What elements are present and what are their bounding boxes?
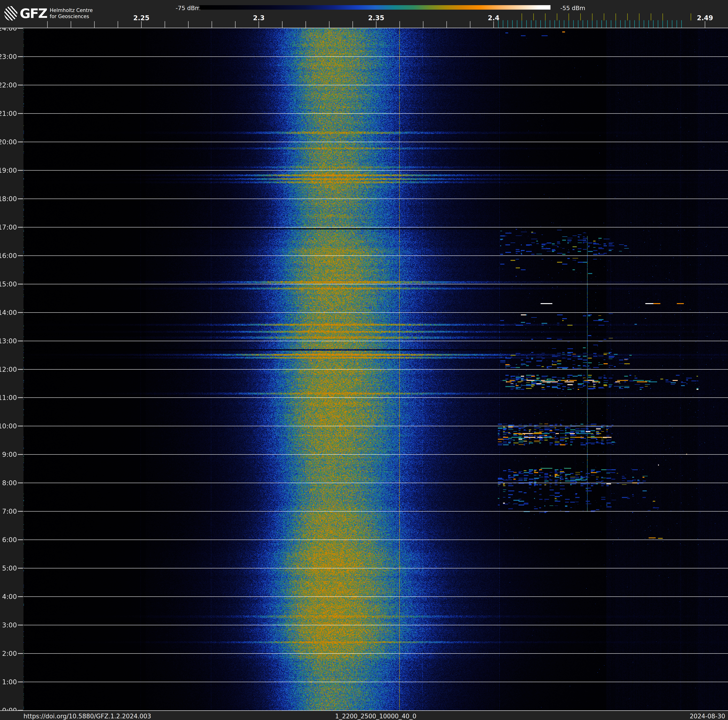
- wifi-channel-tick: [604, 14, 604, 20]
- freq-minor-tick: [705, 21, 705, 28]
- freq-minor-tick: [399, 21, 400, 28]
- time-axis-label: 16:00: [0, 252, 17, 259]
- time-axis-label: 13:00: [0, 337, 17, 345]
- ble-channel-tick: [512, 20, 513, 28]
- time-axis-tick: [18, 141, 23, 142]
- freq-minor-tick: [118, 21, 118, 28]
- ble-channel-tick: [554, 20, 555, 28]
- wifi-channel-tick: [627, 14, 628, 20]
- ble-channel-tick: [615, 20, 616, 28]
- ble-channel-tick: [677, 20, 677, 28]
- time-axis-label: 9:00: [2, 451, 17, 458]
- ble-channel-tick: [644, 20, 644, 28]
- time-axis-label: 2:00: [2, 650, 17, 657]
- time-axis-label: 21:00: [0, 109, 17, 117]
- time-axis-label: 12:00: [0, 365, 17, 373]
- freq-minor-tick: [376, 21, 376, 28]
- time-axis-tick: [18, 255, 23, 256]
- ble-channel-tick: [606, 20, 607, 28]
- ble-channel-tick: [508, 20, 508, 28]
- ble-channel-tick: [672, 20, 672, 28]
- freq-minor-tick: [71, 21, 71, 28]
- time-axis-label: 23:00: [0, 53, 17, 60]
- freq-minor-tick: [493, 21, 494, 28]
- time-axis-tick: [18, 397, 23, 398]
- wifi-channel-tick: [651, 14, 651, 20]
- ble-channel-tick: [630, 20, 630, 28]
- ble-channel-tick: [667, 20, 668, 28]
- freq-axis-label: 2.4: [488, 14, 500, 22]
- ble-channel-tick: [545, 20, 546, 28]
- time-axis-label: 10:00: [0, 422, 17, 430]
- frequency-axis: 2.252.32.352.42.49: [0, 0, 728, 28]
- wifi-channel-tick: [615, 14, 616, 20]
- ble-channel-tick: [681, 20, 682, 28]
- ble-channel-tick: [597, 20, 597, 28]
- time-axis-tick: [18, 113, 23, 114]
- wifi-channel-tick: [592, 14, 592, 20]
- ble-channel-tick: [578, 20, 578, 28]
- time-axis-label: 19:00: [0, 166, 17, 174]
- ble-channel-tick: [536, 20, 536, 28]
- freq-minor-tick: [447, 21, 447, 28]
- dataset-filename: 1_2200_2500_10000_40_0: [335, 713, 416, 720]
- time-axis: 24:0023:0022:0021:0020:0019:0018:0017:00…: [0, 28, 23, 710]
- time-axis-label: 15:00: [0, 280, 17, 288]
- header: GFZ Helmholtz Centre for Geosciences -75…: [0, 0, 728, 28]
- time-axis-label: 1:00: [2, 678, 17, 686]
- freq-axis-label: 2.25: [133, 14, 149, 22]
- wifi-channel-tick: [569, 14, 569, 20]
- spectrogram-canvas: [23, 28, 728, 710]
- ble-channel-tick: [564, 20, 564, 28]
- wifi-channel-tick: [639, 14, 639, 20]
- time-axis-tick: [18, 369, 23, 370]
- wifi-channel-tick: [557, 14, 557, 20]
- freq-minor-tick: [94, 21, 95, 28]
- footer: https://doi.org/10.5880/GFZ.1.2.2024.003…: [0, 710, 728, 720]
- time-axis-tick: [18, 84, 23, 85]
- ble-channel-tick: [522, 20, 522, 28]
- freq-minor-tick: [329, 21, 329, 28]
- ble-channel-tick: [658, 20, 658, 28]
- ble-channel-tick: [587, 20, 588, 28]
- freq-axis-label: 2.49: [697, 14, 713, 22]
- time-axis-label: 20:00: [0, 138, 17, 146]
- time-axis-tick: [18, 170, 23, 171]
- freq-minor-tick: [470, 21, 470, 28]
- freq-minor-tick: [212, 21, 212, 28]
- freq-minor-tick: [352, 21, 353, 28]
- freq-minor-tick: [258, 21, 259, 28]
- freq-axis-label: 2.3: [253, 14, 265, 22]
- ble-channel-tick: [611, 20, 611, 28]
- ble-channel-tick: [526, 20, 527, 28]
- ble-channel-tick: [653, 20, 653, 28]
- wifi-channel-tick: [533, 14, 534, 20]
- ble-channel-tick: [531, 20, 531, 28]
- time-axis-tick: [18, 653, 23, 654]
- wifi-channel-tick: [545, 14, 546, 20]
- time-axis-tick: [18, 483, 23, 483]
- ble-channel-tick: [573, 20, 574, 28]
- time-axis-tick: [18, 198, 23, 199]
- ble-channel-tick: [601, 20, 602, 28]
- freq-minor-tick: [235, 21, 236, 28]
- time-axis-tick: [18, 227, 23, 227]
- time-axis-label: 4:00: [2, 593, 17, 601]
- ble-channel-tick: [625, 20, 626, 28]
- time-axis-label: 6:00: [2, 536, 17, 544]
- doi-link[interactable]: https://doi.org/10.5880/GFZ.1.2.2024.003: [23, 713, 151, 720]
- time-axis-label: 17:00: [0, 223, 17, 231]
- ble-channel-tick: [583, 20, 583, 28]
- freq-axis-label: 2.35: [368, 14, 384, 22]
- time-axis-tick: [18, 283, 23, 284]
- time-axis-label: 11:00: [0, 394, 17, 401]
- date-label: 2024-08-30: [690, 713, 725, 720]
- time-axis-label: 3:00: [2, 621, 17, 629]
- ble-channel-tick: [648, 20, 649, 28]
- time-axis-tick: [18, 568, 23, 569]
- ble-channel-tick: [517, 20, 517, 28]
- time-axis-tick: [18, 596, 23, 597]
- freq-minor-tick: [47, 21, 48, 28]
- freq-minor-tick: [282, 21, 283, 28]
- freq-minor-tick: [423, 21, 424, 28]
